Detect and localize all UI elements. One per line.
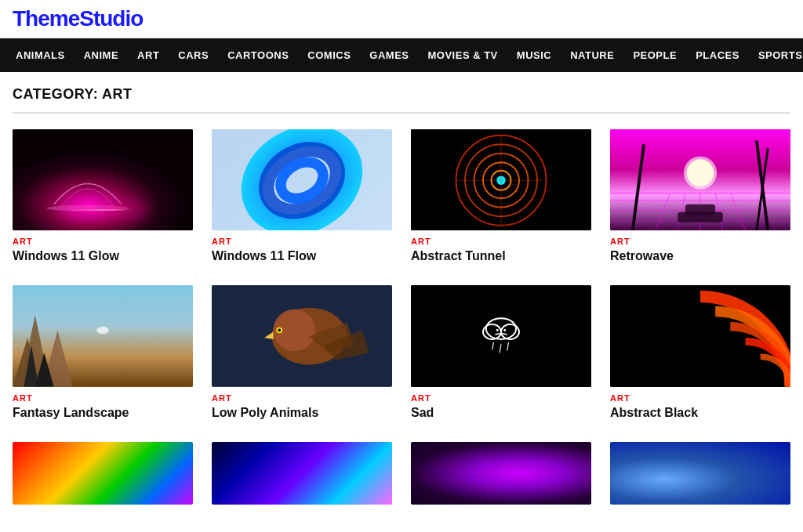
nav-item-movies-and-tv[interactable]: MOVIES & TV (419, 38, 507, 72)
card-thumbnail (411, 129, 591, 230)
card-item[interactable]: ARTFantasy Landscape (13, 285, 193, 419)
card-item[interactable]: ARTLow Poly Animals (212, 285, 392, 419)
partial-thumbnail (610, 442, 790, 505)
partial-card[interactable] (411, 442, 591, 505)
card-thumbnail (13, 129, 193, 230)
svg-point-43 (278, 329, 281, 332)
nav-item-places[interactable]: PLACES (686, 38, 749, 72)
nav-item-nature[interactable]: NATURE (561, 38, 623, 72)
svg-line-51 (500, 344, 501, 353)
card-category: ART (610, 393, 790, 403)
partial-card[interactable] (610, 442, 790, 505)
svg-point-1 (46, 205, 129, 212)
card-title: Fantasy Landscape (13, 406, 193, 420)
card-category: ART (212, 393, 392, 403)
nav-item-music[interactable]: MUSIC (507, 38, 561, 72)
card-category: ART (610, 237, 790, 246)
partial-thumbnail (212, 442, 392, 505)
card-grid-row2: ARTFantasy Landscape ARTLow Poly Animals (13, 285, 790, 419)
card-title: Sad (411, 406, 591, 420)
card-category: ART (212, 237, 392, 246)
card-category: ART (13, 237, 193, 246)
site-logo[interactable]: ThemeStudio (13, 6, 143, 31)
nav-item-sports[interactable]: SPORTS (749, 38, 803, 72)
partial-card[interactable] (13, 442, 193, 505)
card-title: Low Poly Animals (212, 406, 392, 420)
svg-line-50 (492, 342, 494, 350)
nav-item-anime[interactable]: ANIME (74, 38, 128, 72)
card-thumbnail (610, 129, 790, 230)
card-title: Abstract Tunnel (411, 249, 591, 263)
nav-item-cars[interactable]: CARS (169, 38, 218, 72)
svg-rect-30 (685, 204, 715, 215)
card-item[interactable]: ARTWindows 11 Glow (13, 129, 193, 263)
partial-thumbnail (13, 442, 193, 505)
card-item[interactable]: ARTRetrowave (610, 129, 790, 263)
card-thumbnail (13, 285, 193, 386)
card-title: Windows 11 Flow (212, 249, 392, 263)
svg-point-37 (96, 327, 108, 335)
svg-rect-0 (13, 129, 193, 230)
nav-item-people[interactable]: PEOPLE (623, 38, 686, 72)
card-title: Windows 11 Glow (13, 249, 193, 263)
nav-item-comics[interactable]: COMICS (298, 38, 360, 72)
partial-thumbnail (411, 442, 591, 505)
card-thumbnail (212, 129, 392, 230)
main-nav: ANIMALSANIMEARTCARSCARTOONSCOMICSGAMESMO… (0, 38, 803, 72)
svg-line-52 (507, 342, 509, 351)
page-content: CATEGORY: ART ARTWindows 11 Glow (0, 72, 803, 505)
card-item[interactable]: ARTWindows 11 Flow (212, 129, 392, 263)
card-item[interactable]: ARTSad (411, 285, 591, 419)
logo-bar: ThemeStudio (0, 0, 803, 38)
nav-item-animals[interactable]: ANIMALS (6, 38, 74, 72)
card-item[interactable]: ARTAbstract Black (610, 285, 790, 419)
svg-point-53 (496, 329, 499, 331)
nav-item-art[interactable]: ART (128, 38, 169, 72)
card-thumbnail (411, 285, 591, 386)
svg-point-16 (687, 159, 714, 186)
category-heading: CATEGORY: ART (13, 72, 790, 114)
card-category: ART (13, 393, 193, 403)
nav-item-cartoons[interactable]: CARTOONS (218, 38, 298, 72)
card-title: Retrowave (610, 249, 790, 263)
card-thumbnail (212, 285, 392, 386)
card-category: ART (411, 237, 591, 246)
card-item[interactable]: ARTAbstract Tunnel (411, 129, 591, 263)
card-title: Abstract Black (610, 406, 790, 420)
card-thumbnail (610, 285, 790, 386)
card-category: ART (411, 393, 591, 403)
svg-point-54 (503, 329, 506, 331)
nav-item-games[interactable]: GAMES (360, 38, 418, 72)
card-grid-row1: ARTWindows 11 Glow ARTWindows 11 Flow (13, 129, 790, 263)
partial-card[interactable] (212, 442, 392, 505)
card-grid-row3-partial (13, 442, 790, 505)
